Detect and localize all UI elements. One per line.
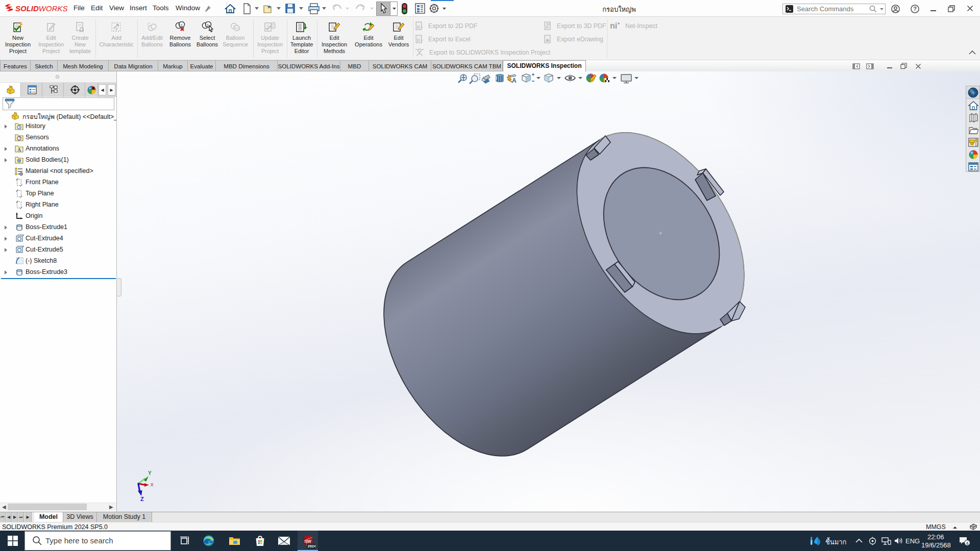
svg-text:A: A <box>17 147 21 153</box>
svg-text:x: x <box>151 482 154 487</box>
svg-text:A: A <box>512 77 517 84</box>
svg-text:SOLIDWORKS: SOLIDWORKS <box>15 4 68 13</box>
svg-text:ni: ni <box>610 21 617 30</box>
svg-text:SW: SW <box>304 539 312 544</box>
svg-text:11: 11 <box>179 23 183 28</box>
svg-text:e: e <box>547 38 549 42</box>
svg-text:3D: 3D <box>546 22 550 26</box>
svg-text:Z: Z <box>140 496 144 502</box>
svg-text:4: 4 <box>966 540 968 546</box>
svg-text:11: 11 <box>205 23 209 28</box>
svg-text:Y: Y <box>148 470 152 476</box>
svg-text:2024: 2024 <box>308 544 316 548</box>
svg-text:23: 23 <box>235 26 239 31</box>
svg-text:?: ? <box>913 6 917 12</box>
